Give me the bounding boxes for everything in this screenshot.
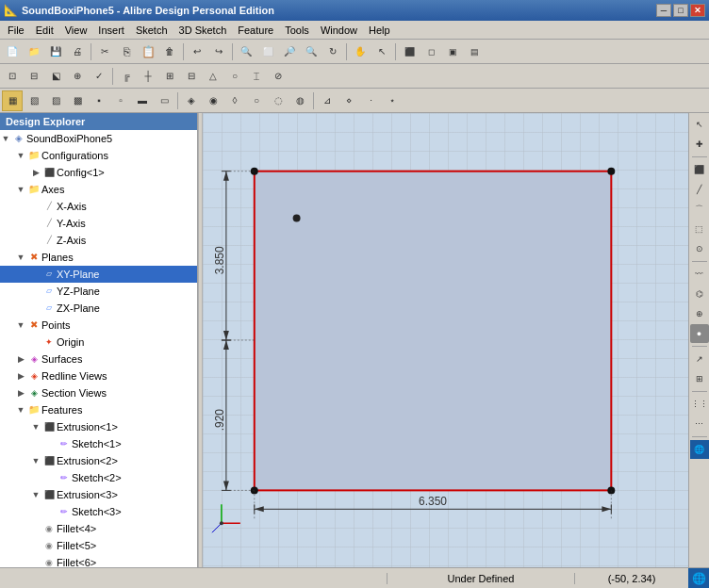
sketch-btn9[interactable]: ⊟: [181, 66, 202, 87]
menu-feature[interactable]: Feature: [232, 23, 279, 38]
zoom-in-button[interactable]: 🔎: [279, 41, 300, 62]
right-btn-globe[interactable]: 🌐: [690, 440, 709, 459]
view-back-button[interactable]: ◻: [420, 41, 441, 62]
tree-item-yaxis[interactable]: ╱ Y-Axis: [0, 215, 197, 232]
canvas-area[interactable]: 6.350 3.850 .920: [203, 113, 688, 567]
minimize-button[interactable]: ─: [656, 4, 671, 17]
tree-item-config1[interactable]: ▶ ⬛ Config<1>: [0, 164, 197, 181]
tree-item-axes[interactable]: ▼ 📁 Axes: [0, 181, 197, 198]
right-btn-15[interactable]: ⋯: [690, 415, 709, 433]
paste-button[interactable]: 📋: [138, 41, 158, 62]
delete-button[interactable]: 🗑: [159, 41, 180, 62]
tree-item-features[interactable]: ▼ 📁 Features: [0, 401, 197, 418]
feature-btn14[interactable]: ◍: [289, 90, 310, 111]
sketch-btn6[interactable]: ╔: [116, 66, 137, 87]
right-btn-3[interactable]: ⬛: [690, 160, 709, 179]
right-btn-select[interactable]: ↖: [690, 115, 709, 134]
menu-help[interactable]: Help: [363, 23, 396, 38]
sketch-btn4[interactable]: ⊕: [67, 66, 88, 87]
feature-btn10[interactable]: ◉: [203, 90, 223, 111]
print-button[interactable]: 🖨: [67, 41, 88, 62]
expand-planes[interactable]: ▼: [15, 252, 26, 263]
feature-btn18[interactable]: ⋆: [382, 90, 403, 111]
expand-surfaces[interactable]: ▶: [15, 353, 26, 365]
expand-extrusion3[interactable]: ▼: [30, 489, 41, 500]
tree-item-root[interactable]: ▼ ◈ SoundBoxiPhone5: [0, 130, 197, 147]
sketch-btn13[interactable]: ⊘: [268, 66, 289, 87]
feature-btn6[interactable]: ▫: [110, 90, 131, 111]
maximize-button[interactable]: □: [673, 4, 688, 17]
menu-file[interactable]: File: [2, 23, 30, 38]
sketch-btn11[interactable]: ○: [224, 66, 245, 87]
feature-btn1[interactable]: ▦: [2, 90, 23, 111]
select-button[interactable]: ↖: [371, 41, 392, 62]
sketch-btn10[interactable]: △: [203, 66, 223, 87]
right-btn-8[interactable]: 〰: [690, 265, 709, 284]
pan-button[interactable]: ✋: [350, 41, 371, 62]
tree-item-sketch3[interactable]: ✏ Sketch<3>: [0, 503, 197, 520]
view4[interactable]: ▤: [464, 41, 485, 62]
feature-btn11[interactable]: ◊: [224, 90, 245, 111]
save-button[interactable]: 💾: [45, 41, 66, 62]
expand-root[interactable]: ▼: [0, 133, 11, 144]
expand-points[interactable]: ▼: [15, 319, 26, 331]
feature-btn3[interactable]: ▨: [45, 90, 66, 111]
right-btn-10[interactable]: ⊕: [690, 304, 709, 323]
expand-redline[interactable]: ▶: [15, 370, 26, 382]
expand-extrusion1[interactable]: ▼: [30, 421, 41, 433]
sketch-btn12[interactable]: ⌶: [246, 66, 267, 87]
sketch-btn7[interactable]: ┼: [138, 66, 158, 87]
tree-item-sketch2[interactable]: ✏ Sketch<2>: [0, 469, 197, 486]
tree-item-section[interactable]: ▶ ◈ Section Views: [0, 384, 197, 401]
tree-item-sketch1[interactable]: ✏ Sketch<1>: [0, 435, 197, 452]
tree-item-fillet6[interactable]: ◉ Fillet<6>: [0, 554, 197, 567]
tree-item-fillet5[interactable]: ◉ Fillet<5>: [0, 537, 197, 554]
sketch-btn1[interactable]: ⊡: [2, 66, 23, 87]
sketch-btn3[interactable]: ⬕: [45, 66, 66, 87]
tree-item-configs[interactable]: ▼ 📁 Configurations: [0, 147, 197, 164]
menu-window[interactable]: Window: [315, 23, 363, 38]
feature-btn4[interactable]: ▩: [67, 90, 88, 111]
right-btn-13[interactable]: ⊞: [690, 369, 709, 388]
tree-item-origin[interactable]: ✦ Origin: [0, 334, 197, 351]
feature-btn7[interactable]: ▬: [132, 90, 153, 111]
zoom-out-button[interactable]: 🔍: [301, 41, 322, 62]
expand-configs[interactable]: ▼: [15, 150, 26, 161]
view3[interactable]: ▣: [442, 41, 463, 62]
tree-item-zxplane[interactable]: ▱ ZX-Plane: [0, 300, 197, 317]
right-btn-9[interactable]: ⌬: [690, 285, 709, 303]
undo-button[interactable]: ↩: [187, 41, 207, 62]
menu-view[interactable]: View: [59, 23, 93, 38]
menu-3dsketch[interactable]: 3D Sketch: [173, 23, 233, 38]
feature-btn17[interactable]: ⋅: [360, 90, 381, 111]
right-btn-14[interactable]: ⋮⋮: [690, 395, 709, 414]
rotate-button[interactable]: ↻: [322, 41, 343, 62]
feature-btn5[interactable]: ▪: [89, 90, 109, 111]
copy-button[interactable]: ⎘: [116, 41, 137, 62]
feature-btn9[interactable]: ◈: [181, 90, 202, 111]
feature-btn2[interactable]: ▧: [24, 90, 44, 111]
zoom-area-button[interactable]: 🔍: [236, 41, 256, 62]
sketch-btn8[interactable]: ⊞: [159, 66, 180, 87]
menu-insert[interactable]: Insert: [92, 23, 130, 38]
redo-button[interactable]: ↪: [208, 41, 229, 62]
right-btn-12[interactable]: ↗: [690, 350, 709, 368]
tree-item-extrusion2[interactable]: ▼ ⬛ Extrusion<2>: [0, 452, 197, 469]
open-button[interactable]: 📁: [24, 41, 44, 62]
feature-btn15[interactable]: ⊿: [317, 90, 338, 111]
feature-btn16[interactable]: ⋄: [338, 90, 359, 111]
right-btn-4[interactable]: ╱: [690, 180, 709, 199]
tree-item-planes[interactable]: ▼ ✖ Planes: [0, 249, 197, 266]
tree-item-xyplane[interactable]: ▱ XY-Plane: [0, 266, 197, 283]
tree-item-yzplane[interactable]: ▱ YZ-Plane: [0, 283, 197, 300]
tree-area[interactable]: ▼ ◈ SoundBoxiPhone5 ▼ 📁 Configurations ▶…: [0, 130, 197, 567]
right-btn-7[interactable]: ⊙: [690, 239, 709, 258]
sketch-btn2[interactable]: ⊟: [24, 66, 44, 87]
drawing-canvas[interactable]: 6.350 3.850 .920: [203, 113, 688, 567]
tree-item-zaxis[interactable]: ╱ Z-Axis: [0, 232, 197, 249]
sketch-btn5[interactable]: ✓: [89, 66, 109, 87]
expand-extrusion2[interactable]: ▼: [30, 455, 41, 466]
feature-btn13[interactable]: ◌: [268, 90, 289, 111]
close-button[interactable]: ✕: [690, 4, 705, 17]
expand-section[interactable]: ▶: [15, 387, 26, 399]
